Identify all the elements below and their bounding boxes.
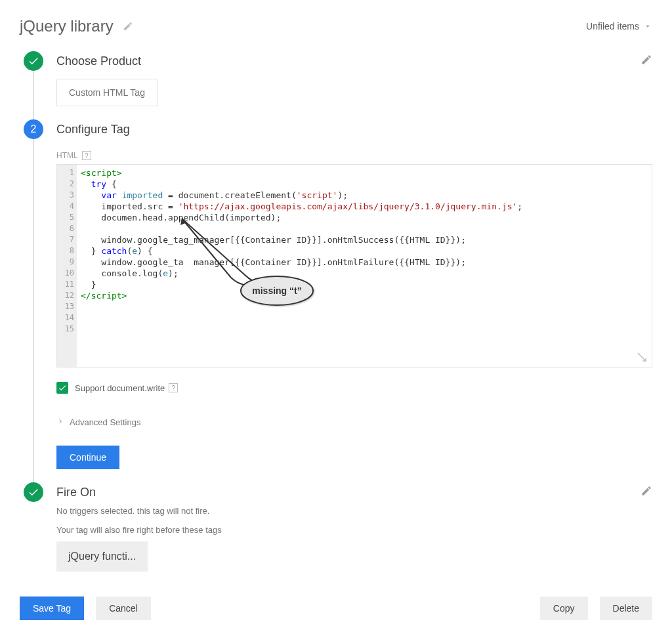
editor-code[interactable]: <script> try { var imported = document.c… bbox=[77, 165, 652, 367]
cancel-button[interactable]: Cancel bbox=[96, 597, 151, 620]
folder-label: Unfiled items bbox=[586, 21, 639, 31]
chevron-right-icon bbox=[56, 417, 64, 427]
step2-title: Configure Tag bbox=[56, 123, 130, 136]
fire-subtext-2: Your tag will also fire right before the… bbox=[56, 525, 652, 535]
support-docwrite-label: Support document.write bbox=[75, 383, 165, 393]
step3-title: Fire On bbox=[56, 486, 96, 499]
step1-badge-check-icon bbox=[24, 51, 43, 71]
step3-badge-check-icon bbox=[24, 482, 43, 502]
step2-badge: 2 bbox=[24, 119, 43, 139]
page-title: jQuery library bbox=[20, 17, 114, 35]
delete-button[interactable]: Delete bbox=[600, 597, 652, 620]
edit-title-pencil-icon[interactable] bbox=[123, 21, 133, 31]
fire-subtext-1: No triggers selected. this tag will not … bbox=[56, 506, 652, 516]
help-icon[interactable]: ? bbox=[169, 383, 178, 392]
help-icon[interactable]: ? bbox=[82, 151, 91, 160]
save-tag-button[interactable]: Save Tag bbox=[20, 597, 84, 620]
editor-gutter: 123456789101112131415 bbox=[57, 165, 77, 367]
fire-tag-chip[interactable]: jQuery functi... bbox=[56, 541, 148, 572]
html-field-label: HTML bbox=[56, 151, 78, 160]
continue-button[interactable]: Continue bbox=[56, 446, 119, 469]
resize-handle-icon[interactable] bbox=[636, 351, 648, 363]
copy-button[interactable]: Copy bbox=[540, 597, 588, 620]
html-editor[interactable]: 123456789101112131415 <script> try { var… bbox=[56, 164, 652, 367]
step3-edit-pencil-icon[interactable] bbox=[640, 485, 652, 497]
product-chip[interactable]: Custom HTML Tag bbox=[56, 79, 158, 106]
chevron-down-icon bbox=[643, 22, 652, 31]
advanced-settings-toggle[interactable]: Advanced Settings bbox=[56, 417, 652, 427]
folder-dropdown[interactable]: Unfiled items bbox=[586, 21, 652, 31]
step1-title: Choose Product bbox=[56, 54, 141, 68]
step1-edit-pencil-icon[interactable] bbox=[640, 54, 652, 66]
advanced-settings-label: Advanced Settings bbox=[70, 417, 140, 427]
support-docwrite-checkbox[interactable] bbox=[56, 382, 68, 394]
